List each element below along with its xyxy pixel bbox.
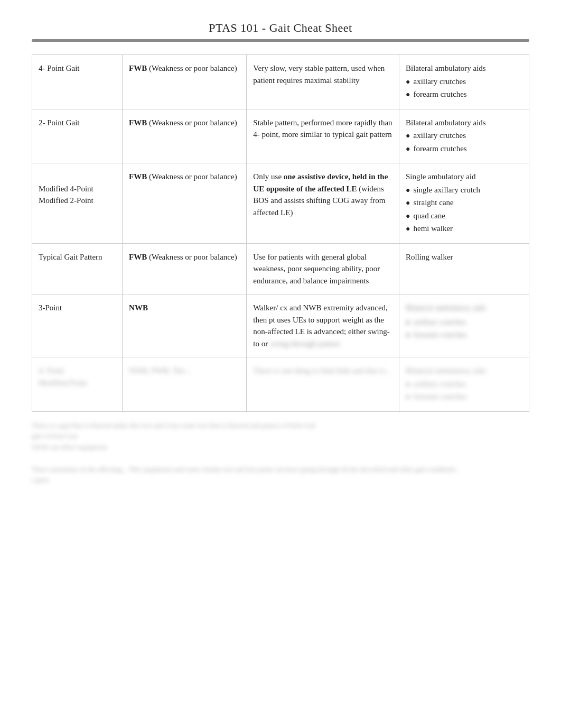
aids-list-4pt: axillary crutches forearm crutches	[406, 76, 522, 100]
wb-modified: FWB (Weakness or poor balance)	[123, 163, 247, 244]
aids-3pt: Bilateral ambulatory aids axillary crutc…	[399, 294, 529, 357]
aids-modified: Single ambulatory aid single axillary cr…	[399, 163, 529, 244]
list-item: axillary crutches	[406, 76, 522, 88]
title-underline	[32, 39, 529, 42]
page-container: PTAS 101 - Gait Cheat Sheet 4- Point Gai…	[0, 0, 561, 518]
list-item: hemi walker	[406, 223, 522, 235]
list-item: straight cane	[406, 197, 522, 209]
desc-blurred: There is one thing to blah blah and that…	[247, 357, 399, 412]
aids-list-2pt: axillary crutches forearm crutches	[406, 130, 522, 154]
gait-name-typical: Typical Gait Pattern	[32, 243, 123, 294]
wb-typical: FWB (Weakness or poor balance)	[123, 243, 247, 294]
list-item: single axillary crutch	[406, 184, 522, 196]
table-row: 2- Point Gait FWB (Weakness or poor bala…	[32, 109, 529, 163]
table-row: Typical Gait Pattern FWB (Weakness or po…	[32, 243, 529, 294]
desc-typical: Use for patients with general global wea…	[247, 243, 399, 294]
gait-name-2pt: 2- Point Gait	[32, 109, 123, 163]
table-row-blurred: 4- Point Modified Point NWB, PWB, The...…	[32, 357, 529, 412]
desc-2pt: Stable pattern, performed more rapidly t…	[247, 109, 399, 163]
aids-3pt-blurred: Bilateral ambulatory aids axillary crutc…	[406, 303, 522, 341]
gait-name-blurred: 4- Point Modified Point	[32, 357, 123, 412]
aids-blurred: Bilateral ambulatory aids axillary crutc…	[399, 357, 529, 412]
wb-blurred: NWB, PWB, The...	[123, 357, 247, 412]
list-item: forearm crutches	[406, 143, 522, 155]
list-item: quad cane	[406, 210, 522, 222]
aids-typical: Rolling walker	[399, 243, 529, 294]
footer-blurred: There is a gait that is blurred under th…	[32, 420, 529, 486]
table-row: Modified 4-Point Modified 2-Point FWB (W…	[32, 163, 529, 244]
desc-modified: Only use one assistive device, held in t…	[247, 163, 399, 244]
table-row: 3-Point NWB Walker/ cx and NWB extremity…	[32, 294, 529, 357]
footer-text-4: There sometimes in the affecting... This…	[32, 464, 529, 475]
table-row: 4- Point Gait FWB (Weakness or poor bala…	[32, 55, 529, 109]
gait-name-modified: Modified 4-Point Modified 2-Point	[32, 163, 123, 244]
wb-4pt: FWB (Weakness or poor balance)	[123, 55, 247, 109]
list-item: forearm crutches	[406, 88, 522, 100]
desc-3pt-blurred: swing-through pattern	[270, 339, 340, 348]
footer-text-5: copies	[32, 475, 529, 486]
aids-list-modified: single axillary crutch straight cane qua…	[406, 184, 522, 235]
gait-name-4pt: 4- Point Gait	[32, 55, 123, 109]
aids-2pt: Bilateral ambulatory aids axillary crutc…	[399, 109, 529, 163]
wb-2pt: FWB (Weakness or poor balance)	[123, 109, 247, 163]
footer-text-2: gait 4-Point Gait	[32, 431, 529, 442]
aids-4pt: Bilateral ambulatory aids axillary crutc…	[399, 55, 529, 109]
list-item: axillary crutches	[406, 130, 522, 142]
wb-3pt: NWB	[123, 294, 247, 357]
gait-table: 4- Point Gait FWB (Weakness or poor bala…	[32, 54, 529, 412]
footer-text-3: NWB can affect equipment	[32, 442, 529, 453]
desc-4pt: Very slow, very stable pattern, used whe…	[247, 55, 399, 109]
gait-name-3pt: 3-Point	[32, 294, 123, 357]
page-title: PTAS 101 - Gait Cheat Sheet	[32, 21, 529, 35]
footer-text-1: There is a gait that is blurred under th…	[32, 420, 529, 431]
desc-3pt: Walker/ cx and NWB extremity advanced, t…	[247, 294, 399, 357]
